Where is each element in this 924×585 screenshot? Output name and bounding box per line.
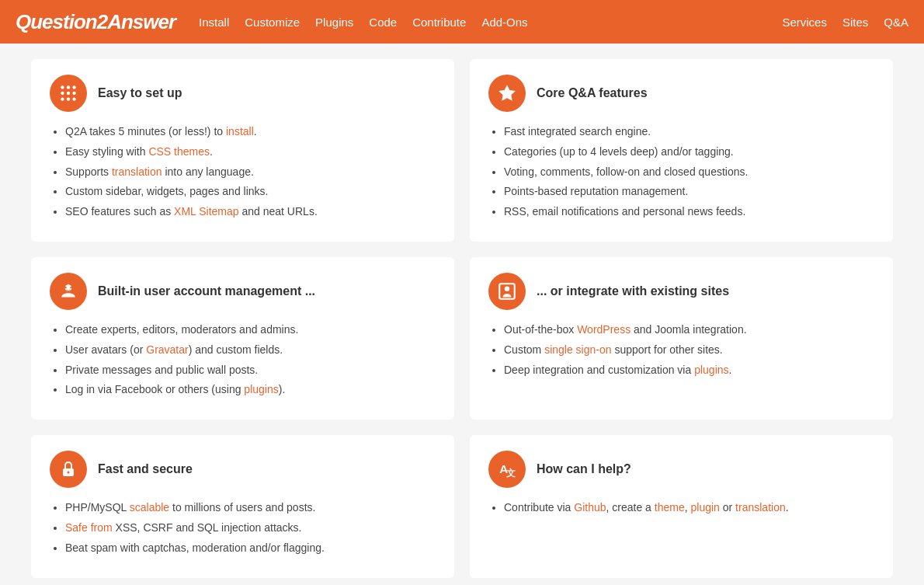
svg-point-2 (72, 85, 75, 89)
nav-sites[interactable]: Sites (842, 16, 868, 29)
nav-customize[interactable]: Customize (245, 16, 300, 29)
link-install[interactable]: install (226, 125, 254, 138)
main-content: Easy to set up Q2A takes 5 minutes (or l… (0, 44, 924, 585)
grid-icon (50, 75, 87, 112)
card-title: Built-in user account management ... (98, 284, 315, 298)
card-title: ... or integrate with existing sites (537, 284, 729, 298)
nav-services[interactable]: Services (782, 16, 827, 29)
svg-marker-9 (498, 85, 516, 101)
link-safe-from[interactable]: Safe from (65, 521, 113, 534)
list-item: Fast integrated search engine. (504, 123, 874, 141)
svg-point-12 (70, 287, 71, 288)
list-item: SEO features such as XML Sitemap and nea… (65, 203, 436, 221)
svg-point-0 (61, 85, 64, 89)
list-item: Out-of-the-box WordPress and Joomla inte… (504, 321, 874, 340)
main-nav: Install Customize Plugins Code Contribut… (199, 16, 782, 29)
svg-point-7 (67, 97, 70, 100)
card-list: Contribute via Github, create a theme, p… (488, 499, 874, 519)
card-title: Easy to set up (98, 86, 182, 100)
nav-addons[interactable]: Add-Ons (481, 16, 527, 29)
card-title: Fast and secure (98, 462, 193, 476)
face-icon (50, 273, 87, 310)
list-item: Q2A takes 5 minutes (or less!) to instal… (65, 123, 436, 141)
card-list: Create experts, editors, moderators and … (50, 321, 436, 401)
card-easy-setup: Easy to set up Q2A takes 5 minutes (or l… (31, 59, 454, 242)
list-item: Deep integration and customization via p… (504, 361, 874, 380)
card-title: Core Q&A features (537, 86, 648, 100)
svg-text:文: 文 (506, 468, 516, 479)
card-header: Core Q&A features (488, 75, 874, 112)
list-item: PHP/MySQL scalable to millions of users … (65, 499, 436, 517)
card-list: PHP/MySQL scalable to millions of users … (50, 499, 436, 559)
svg-point-14 (505, 286, 510, 291)
svg-point-3 (61, 92, 64, 95)
card-header: Fast and secure (50, 451, 436, 488)
link-plugins[interactable]: plugins (244, 383, 278, 395)
nav-install[interactable]: Install (199, 16, 229, 29)
card-list: Fast integrated search engine. Categorie… (488, 123, 874, 223)
list-item: Safe from XSS, CSRF and SQL injection at… (65, 519, 436, 538)
nav-code[interactable]: Code (369, 16, 397, 29)
star-icon (488, 75, 526, 112)
list-item: Beat spam with captchas, moderation and/… (65, 539, 436, 558)
translate-icon: A 文 (488, 451, 526, 488)
link-plugin[interactable]: plugin (691, 501, 720, 514)
card-header: Built-in user account management ... (50, 273, 436, 310)
list-item: Create experts, editors, moderators and … (65, 321, 436, 340)
list-item: User avatars (or Gravatar) and custom fi… (65, 341, 436, 360)
svg-point-8 (72, 97, 75, 100)
svg-point-1 (67, 85, 70, 89)
list-item: Categories (up to 4 levels deep) and/or … (504, 143, 874, 162)
nav-contribute[interactable]: Contribute (412, 16, 466, 29)
card-list: Out-of-the-box WordPress and Joomla inte… (488, 321, 874, 381)
link-plugins2[interactable]: plugins (694, 364, 728, 376)
card-title: How can I help? (537, 462, 631, 476)
header: Question2Answer Install Customize Plugin… (0, 0, 924, 44)
svg-point-6 (61, 97, 64, 100)
card-help: A 文 How can I help? Contribute via Githu… (470, 435, 893, 577)
link-xml-sitemap[interactable]: XML Sitemap (174, 205, 239, 218)
card-user-management: Built-in user account management ... Cre… (31, 257, 454, 420)
nav-qa[interactable]: Q&A (884, 16, 908, 29)
list-item: Supports translation into any language. (65, 163, 436, 182)
link-theme[interactable]: theme (655, 501, 685, 514)
list-item: RSS, email notifications and personal ne… (504, 203, 874, 221)
svg-point-4 (67, 92, 70, 95)
list-item: Easy styling with CSS themes. (65, 143, 436, 162)
svg-point-16 (68, 472, 70, 474)
card-list: Q2A takes 5 minutes (or less!) to instal… (50, 123, 436, 223)
card-core-qa: Core Q&A features Fast integrated search… (470, 59, 893, 242)
list-item: Points-based reputation management. (504, 183, 874, 201)
link-wordpress[interactable]: WordPress (577, 323, 630, 336)
lock-icon (50, 451, 87, 488)
list-item: Custom sidebar, widgets, pages and links… (65, 183, 436, 201)
list-item: Log in via Facebook or others (using plu… (65, 381, 436, 399)
person-box-icon (488, 273, 526, 310)
list-item: Voting, comments, follow-on and closed q… (504, 163, 874, 182)
link-gravatar[interactable]: Gravatar (146, 343, 188, 356)
link-translation[interactable]: translation (112, 165, 162, 178)
list-item: Private messages and public wall posts. (65, 361, 436, 380)
svg-point-5 (72, 92, 75, 95)
link-css-themes[interactable]: CSS themes (148, 145, 210, 158)
card-header: A 文 How can I help? (488, 451, 874, 488)
nav-plugins[interactable]: Plugins (315, 16, 353, 29)
card-integrate: ... or integrate with existing sites Out… (470, 257, 893, 420)
svg-point-11 (65, 287, 67, 288)
list-item: Custom single sign-on support for other … (504, 341, 874, 360)
card-fast-secure: Fast and secure PHP/MySQL scalable to mi… (31, 435, 454, 577)
list-item: Contribute via Github, create a theme, p… (504, 499, 874, 517)
right-nav: Services Sites Q&A (782, 16, 908, 29)
link-translation2[interactable]: translation (735, 501, 786, 514)
cards-grid: Easy to set up Q2A takes 5 minutes (or l… (31, 59, 893, 578)
link-scalable[interactable]: scalable (130, 501, 169, 514)
card-header: ... or integrate with existing sites (488, 273, 874, 310)
card-header: Easy to set up (50, 75, 436, 112)
link-github[interactable]: Github (574, 501, 606, 514)
site-logo[interactable]: Question2Answer (16, 10, 175, 34)
link-sso[interactable]: single sign-on (544, 343, 611, 356)
